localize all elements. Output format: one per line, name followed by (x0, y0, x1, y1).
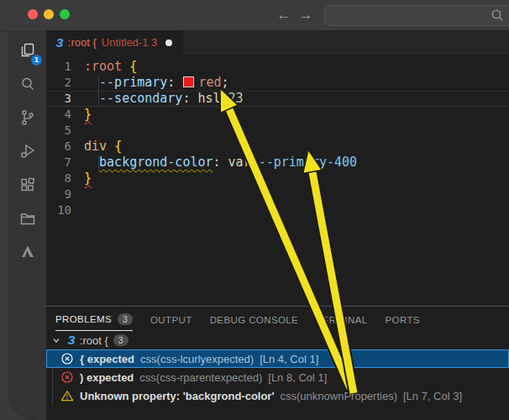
tab-strip: 3 :root { Untitled-1 3 (46, 30, 509, 55)
color-swatch-red[interactable] (183, 76, 194, 87)
screenshot-root: ← → 1 (0, 0, 509, 420)
tab-untitled-1[interactable]: 3 :root { Untitled-1 3 (46, 30, 182, 55)
window-controls (28, 9, 70, 19)
chevron-down-icon[interactable] (50, 333, 63, 347)
problem-row-unknown-property[interactable]: Unknown property: 'backgrond-color' css(… (46, 386, 509, 405)
sidebar-item-file-manager[interactable] (8, 203, 46, 237)
sidebar-item-source-control[interactable] (8, 102, 46, 136)
source-control-icon (18, 108, 37, 130)
search-icon (491, 8, 504, 25)
css-file-icon: 3 (67, 334, 75, 346)
sidebar-item-explorer[interactable]: 1 (8, 35, 46, 69)
run-debug-icon (18, 142, 37, 164)
group-count-badge: 3 (113, 334, 129, 346)
group-label: :root { (80, 334, 108, 347)
explorer-badge: 1 (31, 55, 42, 66)
sidebar-item-extensions[interactable] (8, 170, 46, 203)
search-sidebar-icon (18, 75, 37, 97)
code-line-10: 10 (46, 202, 509, 218)
back-button[interactable]: ← (274, 4, 294, 26)
close-window-button[interactable] (28, 9, 38, 19)
code-line-2: 2 --primary: red; (46, 75, 509, 91)
code-line-8: 8 } (46, 171, 509, 186)
tab-debug-console[interactable]: DEBUG CONSOLE (210, 307, 299, 331)
problems-list: { expected css(css-lcurlyexpected) [Ln 4… (46, 349, 509, 405)
minimize-window-button[interactable] (44, 9, 54, 19)
workbench: 3 :root { Untitled-1 3 1 :root { 2 --pri… (46, 30, 509, 420)
code-editor[interactable]: 1 :root { 2 --primary: red; 3 --secondar… (46, 55, 509, 306)
modified-dot[interactable] (165, 39, 172, 46)
panel-tabs: PROBLEMS 3 OUTPUT DEBUG CONSOLE TERMINAL… (46, 307, 509, 331)
search-input[interactable] (324, 5, 509, 26)
error-icon (60, 352, 74, 365)
problem-row-lcurly[interactable]: { expected css(css-lcurlyexpected) [Ln 4… (46, 349, 509, 368)
bottom-panel: PROBLEMS 3 OUTPUT DEBUG CONSOLE TERMINAL… (46, 307, 509, 420)
code-line-9: 9 (46, 186, 509, 202)
code-line-6: 6 div { (46, 139, 509, 155)
tab-ports[interactable]: PORTS (386, 307, 420, 331)
sidebar-item-search[interactable] (8, 69, 46, 102)
forward-button[interactable]: → (296, 4, 316, 26)
folder-icon (18, 209, 37, 231)
code-line-5: 5 (46, 123, 509, 139)
problems-count-badge: 3 (118, 313, 133, 325)
tab-problems[interactable]: PROBLEMS 3 (55, 307, 133, 331)
code-line-4: 4 } (46, 107, 509, 123)
problem-row-rparen[interactable]: ) expected css(css-rparentexpected) [Ln … (46, 368, 509, 386)
warning-icon (60, 389, 74, 402)
error-icon (60, 370, 74, 384)
code-line-3: 3 --secondary: hsl(23 (46, 91, 509, 107)
sidebar-item-run-debug[interactable] (8, 136, 46, 170)
tab-filename: Untitled-1 3 (102, 36, 157, 49)
tab-symbol-label: :root { (68, 36, 97, 49)
sidebar-item-azure[interactable] (8, 237, 46, 270)
azure-icon (18, 243, 37, 265)
tab-terminal[interactable]: TERMINAL (316, 307, 367, 331)
css-file-icon: 3 (55, 37, 63, 49)
activity-bar: 1 (8, 30, 46, 420)
tab-output[interactable]: OUTPUT (150, 307, 192, 331)
window-titlebar: ← → (0, 0, 509, 31)
code-line-7: 7 backgrond-color: var(--primary-400 (46, 155, 509, 171)
problems-file-group[interactable]: 3 :root { 3 (46, 331, 509, 349)
vscode-window: 1 (8, 30, 509, 420)
extensions-icon (18, 176, 37, 197)
zoom-window-button[interactable] (60, 9, 70, 19)
code-line-1: 1 :root { (46, 59, 509, 75)
